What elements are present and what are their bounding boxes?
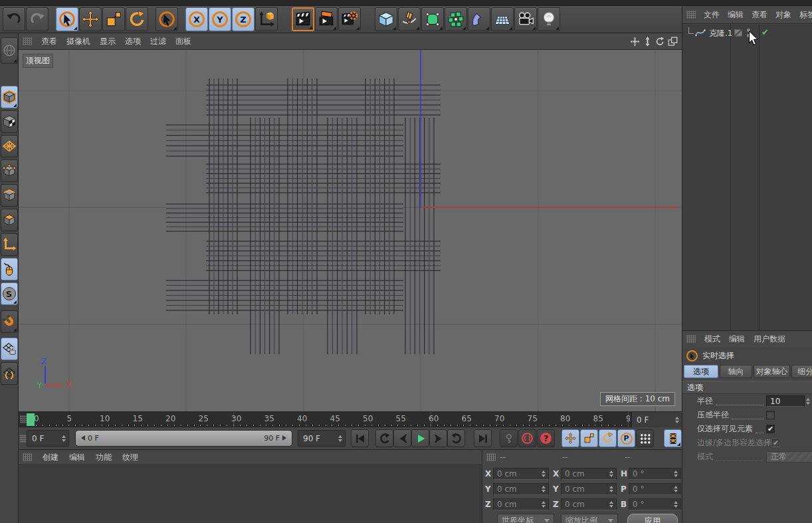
lock-y-axis-button[interactable]: Y — [209, 7, 231, 31]
om-menu-tags[interactable]: 标签 — [799, 9, 812, 21]
range-start-field[interactable]: 0 F — [27, 430, 69, 447]
frame-stepper[interactable] — [674, 417, 680, 423]
add-cloner-button[interactable] — [445, 7, 467, 31]
lock-workplane-button[interactable] — [1, 338, 18, 360]
points-mode-button[interactable] — [1, 159, 18, 182]
viewport-canvas[interactable]: 顶视图 网格间距 : 10 cm Z Y X — [19, 50, 682, 412]
vp-menu-display[interactable]: 显示 — [100, 36, 116, 47]
add-camera-button[interactable] — [514, 7, 537, 31]
add-floor-button[interactable] — [491, 7, 514, 31]
mat-menu-function[interactable]: 功能 — [96, 452, 112, 463]
axis-mode-button[interactable] — [1, 233, 18, 256]
add-cube-button[interactable] — [375, 7, 397, 31]
last-used-tool-button[interactable] — [155, 7, 178, 31]
pressure-radius-checkbox[interactable] — [766, 411, 775, 419]
key-rotation-toggle[interactable] — [599, 429, 617, 447]
set-keyframe-button[interactable] — [500, 429, 518, 447]
apply-button[interactable]: 应用 — [627, 514, 678, 523]
undo-button[interactable] — [3, 7, 25, 31]
viewport-zoom-icon[interactable] — [643, 37, 653, 47]
pos-y-field[interactable]: 0 cm — [493, 483, 549, 495]
key-scale-toggle[interactable] — [580, 429, 598, 447]
pos-z-field[interactable]: 0 cm — [493, 498, 549, 510]
next-frame-button[interactable] — [429, 429, 447, 447]
object-row[interactable]: 克隆.1 — [682, 27, 812, 40]
am-menu-userdata[interactable]: 用户数据 — [754, 334, 785, 345]
enable-snap-button[interactable] — [1, 310, 18, 333]
tab-subdivision-surface[interactable]: 细分曲面 — [791, 365, 812, 378]
om-menu-edit[interactable]: 编辑 — [728, 9, 744, 21]
tweak-mode-button[interactable] — [1, 258, 18, 280]
scale-y-field[interactable]: 0 cm — [561, 483, 617, 495]
add-subdivision-surface-button[interactable] — [421, 7, 444, 31]
vp-menu-panel[interactable]: 面板 — [175, 36, 191, 47]
am-menu-mode[interactable]: 模式 — [704, 334, 720, 345]
om-menu-file[interactable]: 文件 — [704, 9, 720, 21]
rot-b-field[interactable]: 0 ° — [629, 498, 681, 510]
panel-grip[interactable] — [23, 37, 32, 45]
object-manager-list[interactable]: 克隆.1 — [682, 25, 812, 330]
am-menu-edit[interactable]: 编辑 — [729, 334, 745, 345]
range-start-stepper[interactable] — [60, 435, 66, 442]
pos-x-field[interactable]: 0 cm — [493, 468, 549, 480]
autokey-button[interactable] — [518, 429, 536, 447]
vp-menu-filter[interactable]: 过滤 — [150, 36, 166, 47]
redo-button[interactable] — [26, 7, 49, 31]
tab-options[interactable]: 选项 — [684, 365, 718, 378]
move-tool-button[interactable] — [79, 7, 102, 31]
timeline-ruler[interactable]: 051015202530354045505560657075808590 0 F — [19, 412, 682, 427]
make-editable-button[interactable] — [1, 37, 18, 64]
om-menu-objects[interactable]: 对象 — [775, 9, 791, 21]
mat-menu-create[interactable]: 创建 — [43, 452, 58, 463]
coordinate-system-dropdown[interactable]: 世界坐标 — [497, 514, 554, 523]
range-end-stepper[interactable] — [337, 435, 343, 442]
panel-grip[interactable] — [486, 453, 496, 461]
panel-grip[interactable] — [686, 11, 696, 19]
snap-settings-button[interactable]: S — [1, 282, 18, 305]
add-light-button[interactable] — [538, 7, 560, 31]
workplane-mode-button[interactable] — [1, 135, 18, 157]
vp-menu-cameras[interactable]: 摄像机 — [66, 36, 90, 47]
coordinate-system-button[interactable] — [255, 7, 278, 31]
object-enabled-check-icon[interactable] — [761, 27, 769, 37]
panel-grip[interactable] — [23, 453, 32, 461]
viewport-pan-icon[interactable] — [630, 37, 640, 47]
rot-h-field[interactable]: 0 ° — [629, 468, 681, 480]
panel-grip[interactable] — [686, 335, 696, 343]
material-list-area[interactable] — [19, 465, 482, 523]
object-name[interactable]: 克隆.1 — [709, 28, 732, 39]
vp-menu-view[interactable]: 查看 — [41, 36, 57, 47]
rot-p-field[interactable]: 0 ° — [629, 483, 681, 495]
scale-x-field[interactable]: 0 cm — [561, 468, 617, 480]
live-selection-button[interactable] — [56, 7, 78, 31]
render-view-button[interactable] — [292, 7, 314, 31]
viewport-toggle-icon[interactable] — [668, 37, 678, 47]
visible-only-checkbox[interactable] — [766, 425, 775, 433]
range-end-field[interactable]: 90 F — [298, 430, 346, 447]
next-key-button[interactable] — [447, 429, 465, 447]
workplane-options-button[interactable] — [1, 362, 18, 385]
scale-tool-button[interactable] — [102, 7, 125, 31]
vp-menu-options[interactable]: 选项 — [125, 36, 141, 47]
keyframe-selection-button[interactable] — [537, 429, 555, 447]
mat-menu-edit[interactable]: 编辑 — [69, 452, 85, 463]
open-timeline-button[interactable] — [664, 429, 682, 447]
scale-mode-dropdown[interactable]: 缩放比例 — [561, 514, 618, 523]
model-mode-button[interactable] — [1, 86, 18, 108]
preview-range-slider[interactable]: 0 F 90 F — [75, 430, 292, 447]
scale-z-field[interactable]: 0 cm — [561, 498, 617, 510]
tab-object-axis[interactable]: 对象轴心 — [754, 365, 790, 378]
previous-frame-button[interactable] — [393, 429, 411, 447]
texture-mode-button[interactable] — [1, 110, 18, 133]
render-settings-button[interactable] — [338, 7, 361, 31]
options-section-header[interactable]: 选项 — [682, 381, 812, 394]
render-to-picture-viewer-button[interactable] — [315, 7, 338, 31]
viewport-rotate-icon[interactable] — [655, 37, 665, 47]
previous-key-button[interactable] — [375, 429, 393, 447]
rotate-tool-button[interactable] — [126, 7, 148, 31]
edges-mode-button[interactable] — [1, 184, 18, 207]
lock-z-axis-button[interactable]: Z — [232, 7, 254, 31]
play-button[interactable] — [411, 429, 429, 447]
key-parameter-toggle[interactable]: P — [617, 429, 635, 447]
polygons-mode-button[interactable] — [1, 209, 18, 231]
